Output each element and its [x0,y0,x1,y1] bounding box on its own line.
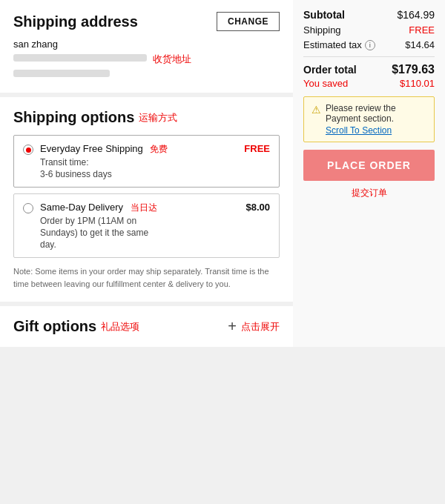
option-free-name: Everyday Free Shipping [40,143,143,154]
shipping-label: Shipping [303,24,341,36]
radio-sameday[interactable] [23,203,33,213]
radio-free[interactable] [23,145,33,155]
option-free-price: FREE [244,143,270,154]
option-free-info: Everyday Free Shipping 免费 Transit time: … [40,143,270,179]
saved-value: $110.01 [400,78,435,89]
tax-value: $14.64 [405,39,435,50]
order-total-row: Order total $179.63 [303,63,435,76]
change-address-button[interactable]: CHANGE [217,12,280,31]
shipping-options-title: Shipping options [13,109,134,126]
address-blur-2 [13,70,110,77]
scroll-to-section-link[interactable]: Scroll To Section [326,125,426,136]
option-sameday-name: Same-Day Delivery [40,202,123,213]
warning-content: Please review the Payment section. Scrol… [326,103,426,136]
saved-row: You saved $110.01 [303,78,435,89]
plus-icon: + [228,318,237,335]
option-free-cn: 免费 [150,144,168,154]
shipping-note: Note: Some items in your order may ship … [13,265,280,290]
gift-options-title: Gift options [13,318,96,335]
shipping-options-header: Shipping options 运输方式 [13,109,280,126]
warning-icon: ⚠ [312,104,321,116]
address-line-1: 收货地址 [13,53,280,66]
gift-expand-group[interactable]: + 点击展开 [228,318,280,335]
tax-row: Estimated tax i $14.64 [303,39,435,50]
address-name: san zhang [13,39,280,50]
expand-cn-label: 点击展开 [241,320,280,334]
place-order-button[interactable]: PLACE ORDER [303,150,435,181]
shipping-option-sameday[interactable]: Same-Day Delivery 当日达 Order by 1PM (11AM… [13,193,280,258]
order-total-label: Order total [303,64,357,76]
place-order-cn: 提交订单 [303,187,435,199]
tax-info-group: Estimated tax i [303,39,375,50]
shipping-address-header: Shipping address CHANGE [13,12,280,31]
gift-options-section: Gift options 礼品选项 + 点击展开 [0,306,293,347]
address-blur-1 [13,54,147,62]
tax-info-icon[interactable]: i [365,40,375,50]
divider [303,56,435,57]
option-sameday-detail1: Order by 1PM (11AM on [40,216,270,226]
shipping-address-title: Shipping address [13,13,138,30]
address-cn-label: 收货地址 [153,53,191,66]
option-free-detail1: Transit time: [40,157,270,168]
order-summary-panel: Subtotal $164.99 Shipping FREE Estimated… [293,0,445,347]
option-sameday-info: Same-Day Delivery 当日达 Order by 1PM (11AM… [40,202,270,250]
saved-label: You saved [303,78,348,89]
order-total-value: $179.63 [392,63,435,76]
tax-label: Estimated tax [303,39,362,50]
shipping-value: FREE [409,24,435,36]
option-sameday-detail3: day. [40,239,270,250]
option-sameday-price: $8.00 [245,202,270,213]
shipping-option-free[interactable]: Everyday Free Shipping 免费 Transit time: … [13,135,280,188]
gift-options-cn: 礼品选项 [101,320,139,334]
option-sameday-cn: 当日达 [131,202,157,213]
shipping-options-title-cn: 运输方式 [139,111,177,125]
shipping-address-section: Shipping address CHANGE san zhang 收货地址 [0,0,293,97]
warning-text: Please review the Payment section. [326,103,396,124]
subtotal-row: Subtotal $164.99 [303,9,435,21]
shipping-row: Shipping FREE [303,24,435,36]
payment-warning-box: ⚠ Please review the Payment section. Scr… [303,96,435,142]
shipping-options-section: Shipping options 运输方式 Everyday Free Ship… [0,97,293,306]
subtotal-label: Subtotal [303,9,345,21]
option-free-detail2: 3-6 business days [40,169,270,179]
subtotal-value: $164.99 [397,9,435,21]
option-sameday-detail2: Sundays) to get it the same [40,228,270,238]
shipping-address-title-group: Shipping address [13,13,138,30]
